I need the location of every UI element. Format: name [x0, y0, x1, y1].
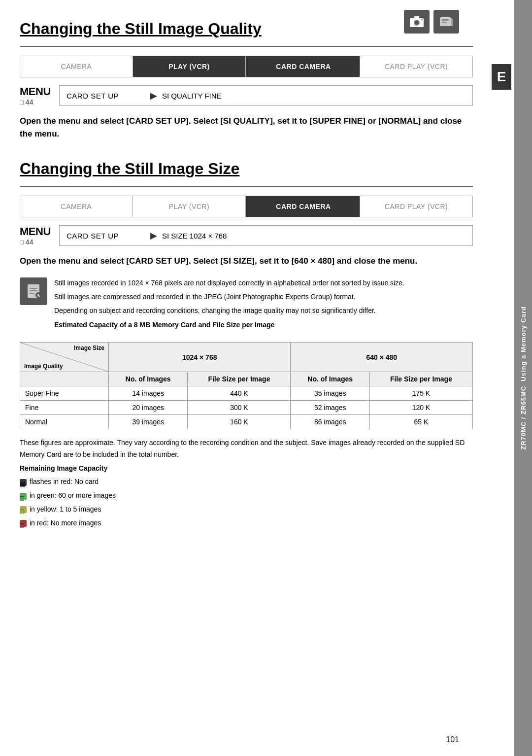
svg-rect-7 — [442, 22, 447, 23]
table-subheader-n640: No. of Images — [291, 372, 369, 386]
note-line1: Still images recorded in 1024 × 768 pixe… — [54, 277, 473, 288]
bottom-red: □ in red: No more images — [20, 517, 473, 529]
page-number: 101 — [446, 735, 459, 744]
table-subheader-n1024: No. of Images — [109, 372, 188, 386]
table-header-quality — [20, 372, 109, 386]
note-icon: ✎ — [20, 277, 47, 305]
tab-play-vcr-2[interactable]: PLAY (VCR) — [133, 196, 246, 217]
row-n1024-2: 39 images — [109, 415, 188, 429]
remaining-label: Remaining Image Capacity — [20, 464, 107, 472]
table-diagonal-header: Image Size Image Quality — [20, 343, 109, 372]
indicator-flash: ⊠ — [20, 479, 27, 486]
menu-row-2: MENU □ 44 CARD SET UP ▶ SI SIZE 1024 × 7… — [20, 225, 473, 246]
tab-play-vcr-1[interactable]: PLAY (VCR) — [133, 56, 246, 77]
tab-camera-2[interactable]: CAMERA — [20, 196, 133, 217]
sidebar-right: ZR70MC / ZR65MC Using a Memory Card — [514, 0, 532, 756]
diag-bottom-label: Image Quality — [24, 363, 63, 370]
menu-item-label-2: CARD SET UP — [66, 232, 145, 240]
menu-page-2: □ 44 — [20, 238, 33, 246]
section2-title: Changing the Still Image Size — [20, 154, 473, 178]
card-icon — [433, 10, 459, 34]
indicator-red: □ — [20, 520, 27, 527]
row-f640-1: 120 K — [369, 401, 472, 415]
row-n1024-0: 14 images — [109, 386, 188, 401]
bottom-para1: These figures are approximate. They vary… — [20, 437, 473, 461]
row-n640-0: 35 images — [291, 386, 369, 401]
row-quality-2: Normal — [20, 415, 109, 429]
tab-card-play-2[interactable]: CARD PLAY (VCR) — [360, 196, 472, 217]
row-f640-2: 65 K — [369, 415, 472, 429]
row-n640-2: 86 images — [291, 415, 369, 429]
note-box: ✎ Still images recorded in 1024 × 768 pi… — [20, 277, 473, 334]
menu-page-1: □ 44 — [20, 98, 33, 106]
bottom-green: □ in green: 60 or more images — [20, 490, 473, 502]
menu-text-2: MENU — [20, 225, 51, 238]
tab-card-camera-1[interactable]: CARD CAMERA — [247, 56, 360, 77]
menu-value-2: SI SIZE 1024 × 768 — [162, 232, 227, 240]
table-row: Fine 20 images 300 K 52 images 120 K — [20, 401, 473, 415]
row-f1024-1: 300 K — [188, 401, 291, 415]
e-badge: E — [492, 64, 511, 90]
tab-camera-1[interactable]: CAMERA — [20, 56, 133, 77]
svg-rect-3 — [414, 16, 419, 19]
table-row: Super Fine 14 images 440 K 35 images 175… — [20, 386, 473, 401]
bottom-text: These figures are approximate. They vary… — [20, 437, 473, 529]
diag-top-label: Image Size — [74, 344, 104, 351]
section2: Changing the Still Image Size CAMERA PLA… — [20, 154, 473, 268]
sidebar-right-text: ZR70MC / ZR65MC Using a Memory Card — [520, 306, 527, 450]
row-f1024-0: 440 K — [188, 386, 291, 401]
book-icon-1: □ — [20, 99, 24, 106]
tab-bar-2: CAMERA PLAY (VCR) CARD CAMERA CARD PLAY … — [20, 196, 473, 217]
svg-rect-6 — [442, 19, 449, 21]
menu-content-2: CARD SET UP ▶ SI SIZE 1024 × 768 — [59, 225, 473, 246]
menu-label-2: MENU □ 44 — [20, 225, 59, 246]
book-icon-2: □ — [20, 239, 24, 246]
menu-arrow-2: ▶ — [150, 230, 157, 241]
capacity-table: Image Size Image Quality 1024 × 768 640 … — [20, 342, 473, 429]
col-header-1024: 1024 × 768 — [109, 343, 291, 372]
menu-row-1: MENU □ 44 CARD SET UP ▶ SI QUALITY FINE — [20, 85, 473, 106]
menu-label-1: MENU □ 44 — [20, 85, 59, 106]
menu-content-1: CARD SET UP ▶ SI QUALITY FINE — [59, 85, 473, 106]
note-line2: Still images are compressed and recorded… — [54, 291, 473, 302]
row-quality-0: Super Fine — [20, 386, 109, 401]
table-subheader-f640: File Size per Image — [369, 372, 472, 386]
sidebar-e: E — [489, 0, 514, 756]
row-f640-0: 175 K — [369, 386, 472, 401]
menu-text-1: MENU — [20, 85, 51, 98]
main-content: Changing the Still Image Quality CAMERA … — [0, 0, 489, 756]
svg-point-2 — [415, 21, 419, 25]
section1-body: Open the menu and select [CARD SET UP]. … — [20, 115, 473, 140]
bottom-yellow: □ in yellow: 1 to 5 images — [20, 504, 473, 515]
indicator-yellow: □ — [20, 506, 27, 513]
row-f1024-2: 160 K — [188, 415, 291, 429]
camera-icon — [404, 10, 430, 34]
col-header-640: 640 × 480 — [291, 343, 473, 372]
tab-card-camera-2[interactable]: CARD CAMERA — [247, 196, 360, 217]
menu-value-1: SI QUALITY FINE — [162, 92, 222, 100]
note-text: Still images recorded in 1024 × 768 pixe… — [54, 277, 473, 334]
row-quality-1: Fine — [20, 401, 109, 415]
indicator-green: □ — [20, 493, 27, 500]
svg-marker-8 — [451, 17, 453, 26]
table-row: Normal 39 images 160 K 86 images 65 K — [20, 415, 473, 429]
table-subheader-f1024: File Size per Image — [188, 372, 291, 386]
menu-arrow-1: ▶ — [150, 90, 157, 101]
menu-item-label-1: CARD SET UP — [66, 92, 145, 100]
row-n640-1: 52 images — [291, 401, 369, 415]
row-n1024-1: 20 images — [109, 401, 188, 415]
tab-bar-1: CAMERA PLAY (VCR) CARD CAMERA CARD PLAY … — [20, 56, 473, 77]
note-line4: Estimated Capacity of a 8 MB Memory Card… — [54, 321, 274, 329]
svg-rect-4 — [421, 19, 423, 20]
svg-text:✎: ✎ — [37, 294, 40, 298]
section2-body: Open the menu and select [CARD SET UP]. … — [20, 255, 473, 268]
note-line3: Depending on subject and recording condi… — [54, 305, 473, 316]
top-icons-area — [404, 10, 459, 34]
tab-card-play-1[interactable]: CARD PLAY (VCR) — [360, 56, 472, 77]
bottom-flash: ⊠ flashes in red: No card — [20, 476, 473, 488]
